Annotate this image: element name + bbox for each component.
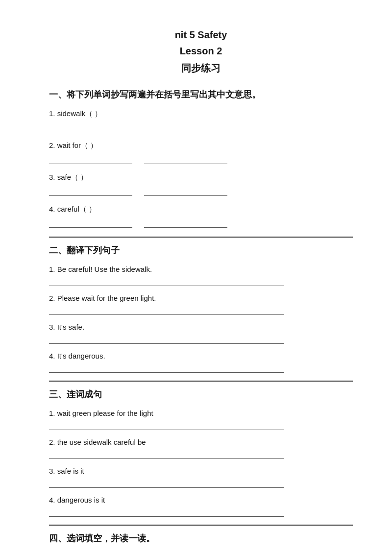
translate-line-1[interactable] [49, 276, 284, 286]
vocab-item-1: 1. sidewalk（ ） [49, 109, 353, 119]
vocab-item-3: 3. safe（ ） [49, 173, 353, 182]
vocab-item-3-text: 3. safe（ ） [49, 173, 88, 181]
section3-heading: 三、连词成句 [49, 388, 353, 400]
vocab-item-4: 4. careful（ ） [49, 205, 353, 214]
section4-divider [49, 525, 353, 526]
vocab-item-2: 2. wait for（ ） [49, 141, 353, 150]
arrange-line-2[interactable] [49, 449, 284, 459]
write-line-4a[interactable] [49, 218, 132, 228]
arrange-item-1: 1. wait green please for the light [49, 409, 353, 417]
section2-heading: 二、翻译下列句子 [49, 244, 353, 256]
write-line-3b[interactable] [144, 186, 227, 196]
write-line-2b[interactable] [144, 154, 227, 164]
arrange-line-4[interactable] [49, 507, 284, 517]
translate-line-3[interactable] [49, 334, 284, 344]
arrange-item-3: 3. safe is it [49, 467, 353, 475]
write-line-1b[interactable] [144, 122, 227, 132]
vocab-item-4-text: 4. careful（ ） [49, 205, 96, 213]
vocab-item-1-text: 1. sidewalk（ ） [49, 109, 102, 118]
vocab-item-4-lines [49, 218, 353, 228]
arrange-item-2: 2. the use sidewalk careful be [49, 438, 353, 446]
section2-divider [49, 237, 353, 238]
translate-line-2[interactable] [49, 305, 284, 315]
translate-item-1: 1. Be careful! Use the sidewalk. [49, 265, 353, 273]
write-line-4b[interactable] [144, 218, 227, 228]
vocab-item-1-lines [49, 122, 353, 132]
translate-line-4[interactable] [49, 363, 284, 373]
subtitle: 同步练习 [49, 62, 353, 75]
unit-title: nit 5 Safety [49, 29, 353, 41]
translate-item-4: 4. It's dangerous. [49, 352, 353, 360]
vocab-item-2-text: 2. wait for（ ） [49, 141, 98, 149]
arrange-item-4: 4. dangerous is it [49, 496, 353, 504]
vocab-item-2-lines [49, 154, 353, 164]
arrange-line-1[interactable] [49, 420, 284, 430]
translate-item-2: 2. Please wait for the green light. [49, 294, 353, 302]
arrange-line-3[interactable] [49, 478, 284, 488]
write-line-2a[interactable] [49, 154, 132, 164]
translate-item-3: 3. It's safe. [49, 323, 353, 331]
section4-heading: 四、选词填空，并读一读。 [49, 532, 353, 544]
vocab-item-3-lines [49, 186, 353, 196]
write-line-1a[interactable] [49, 122, 132, 132]
write-line-3a[interactable] [49, 186, 132, 196]
lesson-title: Lesson 2 [49, 46, 353, 57]
section1-heading: 一、将下列单词抄写两遍并在括号里写出其中文意思。 [49, 89, 353, 100]
section3-divider [49, 381, 353, 382]
